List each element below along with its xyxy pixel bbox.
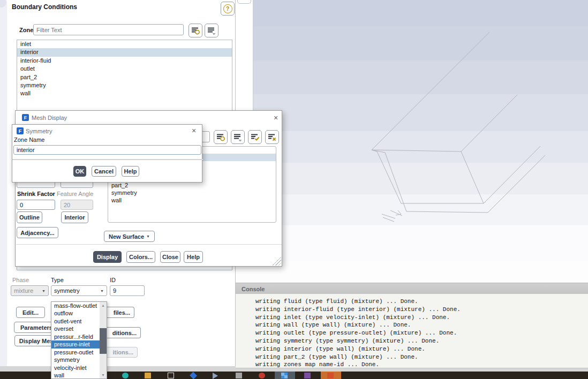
interior-button[interactable]: Interior: [61, 211, 88, 223]
scroll-down-icon[interactable]: ▼: [100, 372, 107, 378]
close-icon[interactable]: ×: [274, 114, 278, 122]
help-button[interactable]: ?: [221, 2, 235, 16]
grey-app-icon[interactable]: [236, 373, 242, 378]
close-button[interactable]: Close: [160, 251, 180, 263]
display-button[interactable]: Display: [93, 251, 122, 263]
zone-list-item[interactable]: interior: [17, 48, 232, 56]
phone-app-icon[interactable]: [168, 373, 174, 378]
deselect-all-filter-button[interactable]: [265, 130, 279, 144]
left-edge-ornament: [0, 0, 6, 7]
fluent-logo-icon: F: [17, 127, 24, 134]
dialog-separator: [16, 244, 282, 245]
edit-button[interactable]: Edit...: [16, 307, 45, 318]
surface-list-item[interactable]: symmetry: [108, 189, 276, 196]
zone-list-item[interactable]: inlet: [17, 40, 232, 48]
console-title: Console: [242, 286, 265, 292]
console-line: writing part_2 (type wall) (mixture) ...…: [255, 353, 588, 361]
phase-value: mixture: [14, 287, 33, 294]
chevron-down-icon: ▼: [146, 234, 150, 238]
type-value: symmetry: [54, 287, 80, 294]
ok-button[interactable]: OK: [73, 166, 86, 177]
outline-button[interactable]: Outline: [17, 211, 42, 223]
dropdown-scrollbar[interactable]: ▲ ▼: [100, 302, 107, 378]
zone-filter-input[interactable]: [33, 24, 184, 35]
type-option-pressure-inlet[interactable]: pressure-inlet: [51, 340, 100, 348]
select-all-filter-button[interactable]: [248, 130, 262, 144]
new-surface-label: New Surface: [109, 233, 144, 240]
filter-sort-button[interactable]: [189, 24, 202, 37]
help-button[interactable]: Help: [122, 166, 139, 177]
zone-list-item[interactable]: wall: [17, 89, 232, 97]
left-edge-strip: [0, 0, 7, 372]
surface-list-item[interactable]: wall: [108, 196, 276, 204]
new-surface-dropdown-button[interactable]: New Surface ▼: [104, 231, 155, 242]
blue-diamond-app-icon[interactable]: [190, 372, 197, 379]
filter-sort-button[interactable]: [214, 130, 228, 144]
type-option-outflow[interactable]: outflow: [51, 309, 100, 317]
periodic-conditions-button-partial[interactable]: itions...: [107, 347, 138, 358]
zone-list-item[interactable]: symmetry: [17, 81, 232, 89]
type-option-pressur-r-field[interactable]: pressur...r-field: [51, 333, 100, 340]
filter-options-button[interactable]: [205, 24, 218, 37]
zone-id-field[interactable]: 9: [110, 285, 145, 296]
colors-button[interactable]: Colors...: [126, 251, 155, 263]
mesh-display-title: Mesh Display: [32, 115, 67, 121]
type-select[interactable]: symmetry ▼: [51, 285, 107, 296]
console-line: writing interior (type wall) (mixture) .…: [255, 345, 588, 353]
type-option-symmetry[interactable]: symmetry: [51, 356, 100, 363]
zone-list-item[interactable]: outlet: [17, 65, 232, 73]
profiles-button-partial[interactable]: files...: [107, 307, 134, 318]
mesh-wireframe: [253, 0, 588, 262]
operating-conditions-button-partial[interactable]: ditions...: [107, 327, 141, 338]
type-option-overset[interactable]: overset: [51, 325, 100, 332]
console-line: writing interior-fluid (type interior) (…: [255, 306, 588, 314]
chevron-down-icon: ▼: [42, 289, 46, 293]
type-option-mass-flow-outlet[interactable]: mass-flow-outlet: [51, 302, 100, 309]
console-header: Console: [236, 283, 588, 294]
type-option-velocity-inlet[interactable]: velocity-inlet: [51, 364, 100, 372]
zone-id-value: 9: [113, 287, 116, 294]
console-output[interactable]: writing fluid (type fluid) (mixture) ...…: [236, 294, 588, 368]
panel-bottom-strip: [0, 366, 236, 372]
zone-name-field[interactable]: interior: [13, 145, 201, 155]
orange-app-icon[interactable]: [327, 373, 334, 378]
zone-list-item[interactable]: interior-fluid: [17, 57, 232, 65]
adjacency-button[interactable]: Adjacency...: [17, 227, 58, 238]
filter-options-button[interactable]: [231, 130, 245, 144]
red-app-icon[interactable]: [259, 373, 265, 378]
feature-angle-label: Feature Angle: [57, 191, 94, 197]
type-dropdown-list[interactable]: mass-flow-outletoutflowoutlet-ventoverse…: [51, 301, 107, 379]
console-line: writing outlet (type pressure-outlet) (m…: [255, 329, 588, 337]
resize-grip[interactable]: [270, 256, 281, 266]
help-button[interactable]: Help: [184, 251, 203, 263]
fluent-application-window: Boundary Conditions ? Zone inletinterior…: [0, 0, 588, 379]
console-line: writing zones map name-id ... Done.: [255, 361, 588, 368]
scrollbar-thumb[interactable]: [100, 328, 107, 354]
dialog-separator: [12, 159, 203, 160]
graphics-viewport[interactable]: [253, 0, 588, 262]
type-option-wall[interactable]: wall: [51, 372, 100, 379]
type-option-outlet-vent[interactable]: outlet-vent: [51, 317, 100, 325]
file-explorer-icon[interactable]: [145, 373, 151, 378]
shrink-factor-field[interactable]: 0: [17, 200, 55, 210]
id-label: ID: [110, 277, 116, 283]
console-line: writing fluid (type fluid) (mixture) ...…: [255, 298, 588, 306]
zone-list-item[interactable]: part_2: [17, 73, 232, 81]
close-icon[interactable]: ×: [192, 127, 196, 134]
cancel-button[interactable]: Cancel: [92, 166, 116, 177]
feature-angle-field[interactable]: 20: [61, 200, 93, 210]
media-play-app-icon[interactable]: [213, 373, 218, 379]
phase-label: Phase: [12, 277, 29, 283]
teal-app-icon[interactable]: [122, 373, 129, 378]
blue-grid-app-icon[interactable]: [281, 373, 288, 378]
console-line: writing wall (type wall) (mixture) ... D…: [255, 321, 588, 329]
type-option-pressure-outlet[interactable]: pressure-outlet: [51, 348, 100, 356]
surface-list-item[interactable]: part_2: [108, 181, 276, 189]
gutter-collapse-tab[interactable]: [237, 0, 251, 4]
zone-label: Zone: [19, 27, 33, 33]
type-label: Type: [51, 277, 64, 283]
scroll-up-icon[interactable]: ▲: [100, 302, 107, 309]
phase-select[interactable]: mixture ▼: [11, 285, 49, 296]
purple-app-icon[interactable]: [304, 373, 311, 378]
chevron-down-icon: ▼: [100, 289, 104, 293]
